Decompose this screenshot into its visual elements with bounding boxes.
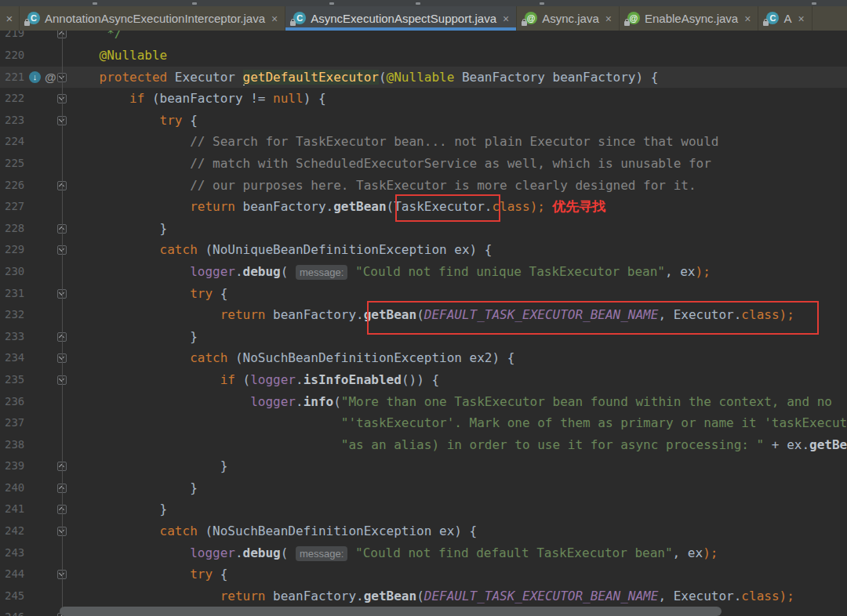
horizontal-scrollbar-thumb[interactable]	[60, 607, 722, 616]
code-line[interactable]: 225 // match with ScheduledExecutorServi…	[0, 153, 847, 175]
line-number: 219	[5, 31, 24, 45]
toolbar-tick	[329, 2, 334, 5]
gutter-cell: 232	[0, 304, 69, 326]
code-text: // match with ScheduledExecutorService a…	[69, 153, 711, 175]
code-line[interactable]: 224 // Search for TaskExecutor bean... n…	[0, 131, 847, 153]
code-line[interactable]: 237 "'taskExecutor'. Mark one of them as…	[0, 412, 847, 434]
code-line[interactable]: 229 catch (NoUniqueBeanDefinitionExcepti…	[0, 239, 847, 261]
gutter-cell: 245	[0, 585, 69, 607]
tab-close-icon[interactable]: ×	[798, 13, 804, 25]
tab-annotationasyncexecutioninterceptor-java[interactable]: CAnnotationAsyncExecutionInterceptor.jav…	[20, 6, 285, 31]
class-icon: C	[27, 12, 40, 25]
code-text: return beanFactory.getBean(DEFAULT_TASK_…	[69, 585, 794, 607]
readonly-lock-icon	[24, 21, 30, 26]
code-line[interactable]: 239 }	[0, 455, 847, 477]
gutter-cell: 221↓@	[0, 67, 69, 89]
line-number: 220	[5, 45, 24, 67]
line-number: 222	[5, 88, 24, 110]
code-line[interactable]: 245 return beanFactory.getBean(DEFAULT_T…	[0, 585, 847, 607]
tab-label: EnableAsync.java	[645, 12, 738, 25]
code-line[interactable]: 223 try {	[0, 110, 847, 132]
gutter-cell: 220	[0, 45, 69, 67]
line-number: 238	[5, 434, 24, 456]
readonly-lock-icon	[290, 21, 296, 26]
code-text: }	[69, 455, 227, 477]
code-text: */	[69, 31, 122, 45]
tab-label: A	[783, 12, 791, 25]
annotation-note: 优先寻找	[545, 199, 605, 214]
code-line[interactable]: 240 }	[0, 477, 847, 499]
code-text: try {	[69, 283, 227, 305]
code-text: // our purposes here. TaskExecutor is mo…	[69, 175, 696, 197]
line-number: 223	[5, 110, 24, 132]
line-number: 229	[5, 239, 24, 261]
tab-close-icon[interactable]: ×	[0, 6, 20, 31]
line-number: 234	[5, 347, 24, 369]
code-line[interactable]: 243 logger.debug( message: "Could not fi…	[0, 542, 847, 564]
line-number: 231	[5, 283, 24, 305]
gutter-cell: 239	[0, 455, 69, 477]
overridden-method-icon[interactable]: ↓	[29, 71, 41, 83]
line-number: 230	[5, 261, 24, 283]
line-number: 225	[5, 153, 24, 175]
tab-label: AsyncExecutionAspectSupport.java	[311, 12, 496, 25]
line-number: 226	[5, 175, 24, 197]
code-text: catch (NoUniqueBeanDefinitionException e…	[69, 239, 492, 261]
code-line[interactable]: 238 "as an alias) in order to use it for…	[0, 434, 847, 456]
code-text: if (logger.isInfoEnabled()) {	[69, 369, 439, 391]
tab-enableasync-java[interactable]: @EnableAsync.java×	[620, 6, 758, 31]
code-line[interactable]: 221↓@ protected Executor getDefaultExecu…	[0, 67, 847, 89]
code-text: logger.debug( message: "Could not find d…	[69, 542, 718, 564]
code-text: "as an alias) in order to use it for asy…	[69, 434, 847, 456]
gutter-fold-guide	[62, 31, 63, 616]
code-line[interactable]: 220 @Nullable	[0, 45, 847, 67]
code-line[interactable]: 235 if (logger.isInfoEnabled()) {	[0, 369, 847, 391]
code-text: }	[69, 326, 198, 348]
code-line[interactable]: 234 catch (NoSuchBeanDefinitionException…	[0, 347, 847, 369]
code-text: return beanFactory.getBean(TaskExecutor.…	[69, 196, 605, 218]
readonly-lock-icon	[624, 21, 630, 26]
tab-asyncexecutionaspectsupport-java[interactable]: CAsyncExecutionAspectSupport.java×	[285, 6, 517, 31]
tab-close-icon[interactable]: ×	[503, 13, 509, 25]
code-line[interactable]: 244 try {	[0, 563, 847, 585]
code-line[interactable]: 222 if (beanFactory != null) {	[0, 88, 847, 110]
gutter-cell: 223	[0, 110, 69, 132]
tab-close-icon[interactable]: ×	[271, 13, 278, 25]
annotation-icon: @	[627, 12, 640, 25]
tab-a[interactable]: CA×	[758, 6, 812, 31]
gutter-cell: 236	[0, 391, 69, 413]
line-number: 221	[5, 67, 24, 89]
tab-async-java[interactable]: @Async.java×	[517, 6, 620, 31]
line-number: 228	[5, 218, 24, 240]
toolbar-tick	[812, 2, 816, 5]
line-number: 246	[5, 607, 24, 616]
line-number: 239	[5, 455, 24, 477]
gutter-cell: 225	[0, 153, 69, 175]
annotation-gutter-icon[interactable]: @	[45, 69, 56, 85]
tab-label: Async.java	[542, 12, 599, 25]
code-line[interactable]: 241 }	[0, 498, 847, 520]
code-line[interactable]: 230 logger.debug( message: "Could not fi…	[0, 261, 847, 283]
code-line[interactable]: 219 */	[0, 31, 847, 45]
code-line[interactable]: 242 catch (NoSuchBeanDefinitionException…	[0, 520, 847, 542]
gutter-cell: 244	[0, 563, 69, 585]
toolbar-tick	[93, 2, 97, 5]
tab-close-icon[interactable]: ×	[605, 13, 612, 25]
code-text: "'taskExecutor'. Mark one of them as pri…	[69, 412, 847, 434]
code-line[interactable]: 226 // our purposes here. TaskExecutor i…	[0, 175, 847, 197]
param-name-hint: message:	[296, 546, 347, 561]
code-line[interactable]: 236 logger.info("More than one TaskExecu…	[0, 391, 847, 413]
code-text: protected Executor getDefaultExecutor(@N…	[69, 67, 658, 89]
class-icon: C	[765, 12, 779, 25]
gutter-cell: 238	[0, 434, 69, 456]
code-text: @Nullable	[69, 45, 167, 67]
tab-label: AnnotationAsyncExecutionInterceptor.java	[45, 12, 265, 25]
tab-close-icon[interactable]: ×	[744, 13, 751, 25]
code-text: if (beanFactory != null) {	[69, 88, 326, 110]
code-text: }	[69, 477, 198, 499]
gutter-cell: 226	[0, 175, 69, 197]
gutter-cell: 227	[0, 196, 69, 218]
readonly-lock-icon	[763, 21, 769, 26]
code-text: catch (NoSuchBeanDefinitionException ex2…	[69, 347, 514, 369]
annotation-box-taskexecutor	[395, 194, 500, 222]
